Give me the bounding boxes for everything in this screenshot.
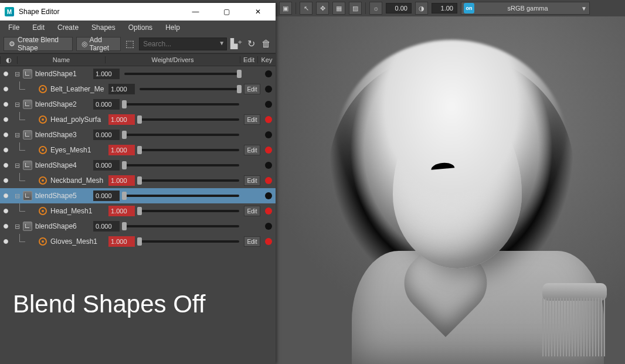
visibility-header-icon[interactable]: ◐	[0, 56, 18, 64]
target-row[interactable]: Neckband_Mesh1.000Edit	[0, 173, 276, 188]
close-button[interactable]: ✕	[244, 3, 271, 21]
edit-button[interactable]: Edit	[244, 175, 260, 186]
collapse-icon[interactable]: ⊟	[14, 101, 20, 108]
visibility-toggle[interactable]	[0, 209, 12, 213]
create-blend-shape-button[interactable]: ⚙ Create Blend Shape	[4, 37, 73, 51]
snap-icon[interactable]: ▦	[332, 2, 345, 15]
keyframe-dot[interactable]	[265, 207, 272, 215]
weight-value[interactable]: 0.000	[93, 190, 120, 201]
blend-shape-row[interactable]: ⊟blendShape50.000	[0, 188, 276, 203]
refresh-icon[interactable]: ↻	[246, 37, 257, 51]
weight-slider[interactable]	[140, 206, 239, 216]
keyframe-dot[interactable]	[265, 238, 272, 245]
weight-slider[interactable]	[140, 175, 239, 186]
weight-slider[interactable]	[124, 190, 239, 201]
collapse-icon[interactable]: ⊟	[14, 131, 20, 139]
menu-item[interactable]: Options	[123, 22, 158, 33]
titlebar[interactable]: M Shape Editor — ▢ ✕	[0, 3, 276, 21]
menu-item[interactable]: Shapes	[86, 22, 121, 33]
weight-slider[interactable]	[124, 69, 239, 79]
row-name[interactable]: blendShape2	[35, 100, 91, 108]
edit-button[interactable]: Edit	[244, 114, 260, 125]
keyframe-dot[interactable]	[265, 147, 272, 154]
keyframe-dot[interactable]	[265, 70, 272, 77]
grid-icon[interactable]: ▨	[349, 2, 362, 15]
row-name[interactable]: Belt_Leather_Me	[50, 85, 106, 93]
row-name[interactable]: blendShape4	[35, 161, 91, 169]
keyframe-dot[interactable]	[265, 192, 272, 199]
blend-shape-row[interactable]: ⊟blendShape60.000	[0, 219, 276, 234]
weight-value[interactable]: 1.000	[108, 175, 135, 186]
visibility-toggle[interactable]	[0, 224, 12, 229]
target-row[interactable]: Head_polySurfa1.000Edit	[0, 112, 276, 127]
keyframe-dot[interactable]	[265, 86, 272, 93]
edit-button[interactable]: Edit	[244, 145, 260, 155]
blend-shape-row[interactable]: ⊟blendShape40.000	[0, 158, 276, 173]
exposure-field[interactable]: 0.00	[386, 3, 412, 13]
menu-item[interactable]: Create	[52, 22, 84, 33]
weight-value[interactable]: 0.000	[93, 130, 120, 140]
collapse-icon[interactable]: ⊟	[14, 70, 20, 78]
weight-value[interactable]: 0.000	[93, 99, 120, 110]
visibility-toggle[interactable]	[0, 87, 12, 91]
move-tool-icon[interactable]: ✥	[316, 2, 329, 15]
visibility-toggle[interactable]	[0, 163, 12, 168]
keyframe-dot[interactable]	[265, 131, 272, 138]
menu-item[interactable]: File	[2, 22, 25, 33]
new-group-icon[interactable]: ▙⁺	[230, 37, 242, 51]
visibility-toggle[interactable]	[0, 193, 12, 198]
visibility-toggle[interactable]	[0, 178, 12, 183]
keyframe-dot[interactable]	[265, 223, 272, 230]
weight-slider[interactable]	[140, 145, 239, 155]
row-name[interactable]: Gloves_Mesh1	[50, 237, 106, 246]
blend-shape-row[interactable]: ⊟blendShape11.000	[0, 66, 276, 81]
exposure-icon[interactable]: ☼	[369, 2, 382, 15]
weight-slider[interactable]	[124, 130, 239, 140]
row-name[interactable]: Head_polySurfa	[50, 115, 106, 124]
row-name[interactable]: blendShape6	[35, 222, 91, 230]
select-tool-icon[interactable]: ↖	[300, 2, 312, 15]
weight-value[interactable]: 1.000	[108, 236, 135, 247]
visibility-toggle[interactable]	[0, 117, 12, 122]
keyframe-dot[interactable]	[265, 177, 272, 184]
colorspace-dropdown[interactable]: on sRGB gamma ▼	[461, 2, 590, 15]
weight-value[interactable]: 1.000	[108, 114, 135, 125]
gamma-icon[interactable]: ◑	[415, 2, 428, 15]
collapse-icon[interactable]: ⊟	[14, 223, 20, 230]
row-name[interactable]: blendShape1	[35, 70, 91, 78]
collapse-icon[interactable]: ⊟	[14, 192, 20, 200]
weight-header[interactable]: Weight/Drivers	[106, 56, 240, 63]
menu-item[interactable]: Edit	[26, 22, 50, 33]
keyframe-dot[interactable]	[265, 116, 272, 123]
weight-slider[interactable]	[140, 114, 239, 125]
keyframe-dot[interactable]	[265, 101, 272, 108]
viewport[interactable]	[276, 16, 625, 364]
weight-slider[interactable]	[124, 160, 239, 171]
keyframe-dot[interactable]	[265, 162, 272, 169]
row-name[interactable]: Eyes_Mesh1	[50, 146, 106, 154]
target-row[interactable]: Belt_Leather_Me1.000Edit	[0, 81, 276, 97]
row-name[interactable]: blendShape3	[35, 131, 91, 139]
maximize-button[interactable]: ▢	[213, 3, 240, 21]
visibility-toggle[interactable]	[0, 102, 12, 107]
trash-icon[interactable]: 🗑	[261, 37, 272, 51]
search-input[interactable]: ▼	[139, 38, 227, 50]
blend-shape-row[interactable]: ⊟blendShape30.000	[0, 127, 276, 142]
weight-slider[interactable]	[140, 84, 239, 94]
name-header[interactable]: Name	[18, 56, 106, 63]
weight-slider[interactable]	[140, 236, 239, 247]
target-row[interactable]: Head_Mesh11.000Edit	[0, 203, 276, 219]
weight-slider[interactable]	[124, 99, 239, 110]
collapse-icon[interactable]: ⊟	[14, 162, 20, 169]
add-target-button[interactable]: ◎ Add Target	[76, 37, 121, 51]
visibility-toggle[interactable]	[0, 132, 12, 137]
weight-value[interactable]: 1.000	[108, 206, 135, 216]
weight-value[interactable]: 1.000	[108, 84, 135, 94]
weight-value[interactable]: 0.000	[93, 221, 120, 232]
menu-item[interactable]: Help	[159, 22, 186, 33]
visibility-toggle[interactable]	[0, 72, 12, 76]
gamma-field[interactable]: 1.00	[432, 3, 457, 13]
minimize-button[interactable]: —	[182, 3, 209, 21]
weight-value[interactable]: 1.000	[93, 69, 120, 79]
edit-button[interactable]: Edit	[244, 84, 260, 94]
